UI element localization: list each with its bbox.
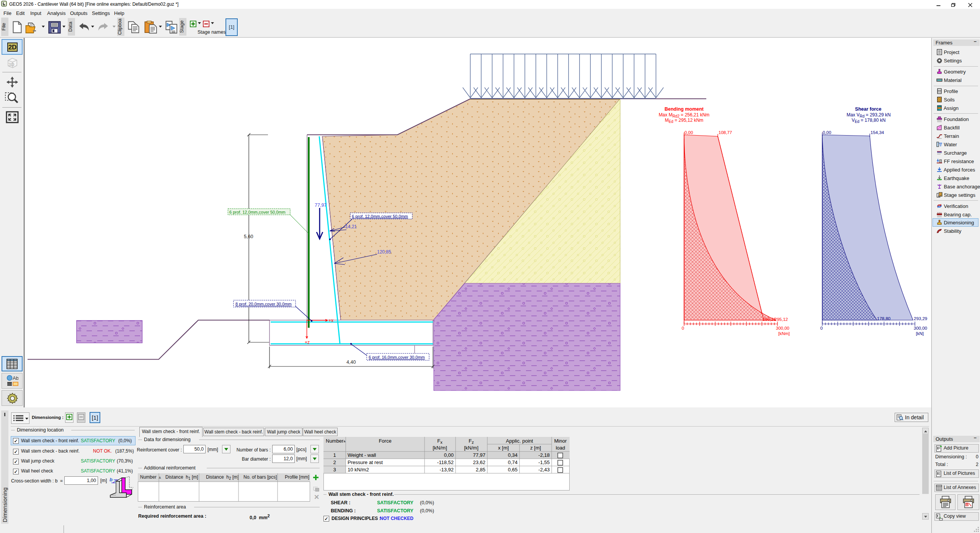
svg-text:Fz: Fz	[469, 438, 474, 445]
svg-text:▲: ▲	[343, 439, 346, 443]
svg-text:Force: Force	[379, 438, 391, 444]
svg-text:0,00: 0,00	[684, 130, 693, 135]
svg-text:14,21: 14,21	[345, 224, 357, 229]
svg-text:VEd = 178,80 kN: VEd = 178,80 kN	[852, 118, 886, 124]
svg-text:b: b	[109, 477, 113, 482]
svg-text:Shear force: Shear force	[855, 106, 882, 112]
svg-text:178,80: 178,80	[877, 316, 890, 321]
svg-text:0,65: 0,65	[508, 467, 518, 473]
svg-text:6 prof. 16,0mm,cover 30,0mm: 6 prof. 16,0mm,cover 30,0mm	[369, 355, 425, 360]
svg-text:0,00: 0,00	[823, 130, 831, 135]
svg-text:154,34: 154,34	[871, 130, 884, 135]
svg-text:[kN]: [kN]	[916, 331, 924, 336]
svg-text:Ab: Ab	[13, 375, 18, 381]
svg-text:2: 2	[333, 459, 336, 465]
svg-text:8 prof. 20,0mm,cover 30,0mm: 8 prof. 20,0mm,cover 30,0mm	[235, 302, 292, 306]
svg-text:x [m]: x [m]	[498, 445, 509, 451]
svg-text:[kN/m]: [kN/m]	[464, 445, 479, 451]
svg-text:-13,92: -13,92	[439, 467, 454, 473]
svg-text:23,62: 23,62	[473, 459, 485, 465]
svg-text:1: 1	[333, 452, 336, 458]
svg-text:Minor: Minor	[554, 438, 567, 444]
svg-text:Pressure at rest: Pressure at rest	[348, 459, 383, 465]
svg-text:295,12: 295,12	[774, 317, 788, 322]
svg-text:2: 2	[940, 193, 942, 196]
svg-text:0,74: 0,74	[508, 459, 518, 465]
svg-text:Weight - wall: Weight - wall	[348, 452, 376, 458]
svg-text:300,00: 300,00	[776, 326, 789, 330]
svg-text:0: 0	[682, 326, 684, 330]
svg-text:6 prof. 12,0mm,cover 50,0mm: 6 prof. 12,0mm,cover 50,0mm	[352, 214, 408, 219]
svg-text:77,97: 77,97	[315, 203, 327, 208]
svg-text:-1,55: -1,55	[538, 459, 550, 465]
svg-text:[kN/m]: [kN/m]	[433, 445, 447, 451]
svg-text:-118,52: -118,52	[437, 459, 454, 465]
svg-text:0: 0	[820, 326, 823, 330]
svg-text:Applic. point: Applic. point	[506, 438, 533, 444]
svg-text:293,29: 293,29	[914, 316, 927, 321]
svg-text:10 kN/m2: 10 kN/m2	[348, 467, 369, 473]
svg-text:Bending moment: Bending moment	[665, 106, 704, 112]
svg-text:4,40: 4,40	[346, 360, 356, 365]
svg-text:[kNm]: [kNm]	[778, 331, 790, 336]
svg-text:-2,43: -2,43	[538, 467, 550, 473]
svg-text:Number: Number	[326, 438, 344, 444]
svg-text:300,00: 300,00	[914, 326, 927, 330]
svg-text:Fx: Fx	[437, 438, 443, 445]
svg-text:MEd = 295,12 kNm: MEd = 295,12 kNm	[665, 118, 704, 124]
svg-text:load: load	[556, 445, 565, 451]
svg-text:6 prof. 12,0mm,cover 50,0mm: 6 prof. 12,0mm,cover 50,0mm	[229, 210, 286, 214]
svg-text:+x: +x	[328, 318, 333, 323]
svg-text:108,77: 108,77	[719, 130, 732, 135]
svg-text:5,60: 5,60	[244, 234, 253, 239]
svg-text:2,85: 2,85	[476, 467, 485, 473]
svg-text:z [m]: z [m]	[530, 445, 541, 451]
svg-text:77,97: 77,97	[473, 452, 485, 458]
svg-text:-2,18: -2,18	[538, 452, 550, 458]
svg-text:256,21: 256,21	[763, 317, 776, 322]
svg-text:120,85: 120,85	[377, 249, 391, 255]
svg-text:0,00: 0,00	[444, 452, 454, 458]
svg-text:+z: +z	[305, 340, 310, 345]
svg-text:0,34: 0,34	[508, 452, 518, 458]
svg-text:3D: 3D	[8, 62, 15, 67]
svg-text:3: 3	[333, 467, 336, 473]
